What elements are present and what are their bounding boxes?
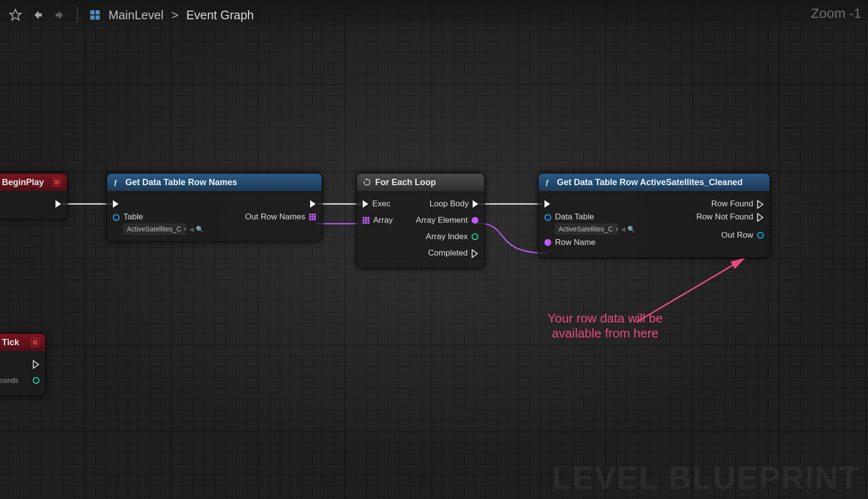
pick-use-icons[interactable]: ◀ 🔍 [621, 226, 635, 233]
pin-label: Row Found [711, 199, 753, 209]
data-table-dropdown[interactable]: ActiveSatellites_C▼ [123, 224, 186, 234]
pin-label: Table [123, 212, 203, 222]
delegate-pin-icon[interactable] [53, 178, 61, 187]
delegate-pin-icon[interactable] [31, 338, 40, 347]
breadcrumb[interactable]: MainLevel Event Graph [108, 8, 254, 23]
exec-out-pin[interactable] [55, 200, 61, 208]
out-row-pin[interactable] [757, 232, 764, 239]
toolbar: MainLevel Event Graph [0, 0, 868, 30]
index-out-pin[interactable] [472, 233, 478, 240]
node-event-tick[interactable]: t Tick econds [0, 333, 46, 396]
pin-label: Data Table [555, 212, 635, 222]
node-title: t Tick [0, 337, 19, 348]
exec-out-pin[interactable] [33, 360, 40, 368]
nav-back-icon[interactable] [29, 6, 46, 24]
svg-marker-0 [10, 9, 21, 20]
element-out-pin[interactable] [472, 217, 478, 224]
node-title: For Each Loop [375, 177, 436, 188]
svg-rect-1 [90, 10, 95, 14]
pin-label: Row Not Found [696, 212, 753, 222]
exec-in-pin[interactable] [544, 200, 550, 208]
breadcrumb-current: Event Graph [186, 8, 254, 22]
toolbar-separator [77, 7, 78, 23]
exec-in-pin[interactable] [363, 200, 368, 208]
data-table-dropdown[interactable]: ActiveSatellites_C▼ [555, 224, 618, 234]
pin-label: Array [373, 216, 393, 225]
node-for-each-loop[interactable]: For Each Loop Exec Loop Body Array Array… [356, 173, 485, 269]
breadcrumb-separator-icon [168, 8, 181, 23]
annotation-arrow-icon [632, 250, 757, 332]
node-title: t BeginPlay [0, 177, 44, 188]
svg-text:f: f [546, 178, 549, 186]
function-icon: f [113, 178, 122, 187]
svg-rect-2 [95, 10, 100, 14]
svg-line-7 [637, 259, 743, 322]
exec-out-loop-body-pin[interactable] [473, 200, 478, 208]
pin-label: Completed [428, 248, 468, 258]
node-title: Get Data Table Row ActiveSatellites_Clea… [557, 177, 743, 188]
node-header[interactable]: For Each Loop [357, 174, 484, 191]
exec-out-pin[interactable] [310, 200, 316, 208]
completed-exec-pin[interactable] [472, 249, 478, 257]
array-in-pin[interactable] [363, 217, 369, 224]
pin-label: Out Row Names [245, 212, 305, 222]
breadcrumb-root[interactable]: MainLevel [108, 8, 163, 22]
node-title: Get Data Table Row Names [125, 177, 237, 188]
svg-rect-4 [95, 15, 100, 20]
svg-text:f: f [114, 178, 118, 186]
node-header[interactable]: f Get Data Table Row ActiveSatellites_Cl… [539, 174, 770, 191]
pin-label: Exec [372, 199, 391, 209]
pin-label: econds [0, 377, 18, 384]
pin-label: Row Name [555, 238, 596, 247]
node-header[interactable]: f Get Data Table Row Names [107, 174, 322, 191]
loop-icon [363, 178, 371, 187]
svg-rect-3 [90, 15, 95, 20]
node-header[interactable]: t Tick [0, 334, 45, 351]
nav-forward-icon[interactable] [51, 6, 68, 24]
node-get-data-table-row[interactable]: f Get Data Table Row ActiveSatellites_Cl… [538, 173, 770, 258]
pin-label: Loop Body [430, 199, 469, 209]
favorite-star-icon[interactable] [7, 6, 24, 24]
float-out-pin[interactable] [33, 377, 40, 384]
blueprint-icon [86, 6, 104, 24]
pin-label: Out Row [721, 230, 753, 240]
pick-use-icons[interactable]: ◀ 🔍 [189, 226, 203, 233]
array-out-pin[interactable] [309, 214, 316, 220]
row-not-found-exec-pin[interactable] [757, 213, 764, 221]
pin-label: Array Index [426, 232, 468, 242]
node-header[interactable]: t BeginPlay [0, 174, 67, 191]
rowname-in-pin[interactable] [544, 239, 551, 246]
object-in-pin[interactable] [113, 214, 120, 221]
pin-label: Array Element [416, 216, 468, 225]
row-found-exec-pin[interactable] [757, 200, 764, 208]
object-in-pin[interactable] [544, 214, 551, 221]
watermark: LEVEL BLUEPRINT [552, 459, 859, 496]
node-event-beginplay[interactable]: t BeginPlay [0, 173, 68, 219]
zoom-level: Zoom -1 [811, 6, 861, 21]
node-get-data-table-row-names[interactable]: f Get Data Table Row Names Table ActiveS… [107, 173, 322, 242]
exec-in-pin[interactable] [113, 200, 119, 208]
function-icon: f [544, 178, 553, 187]
